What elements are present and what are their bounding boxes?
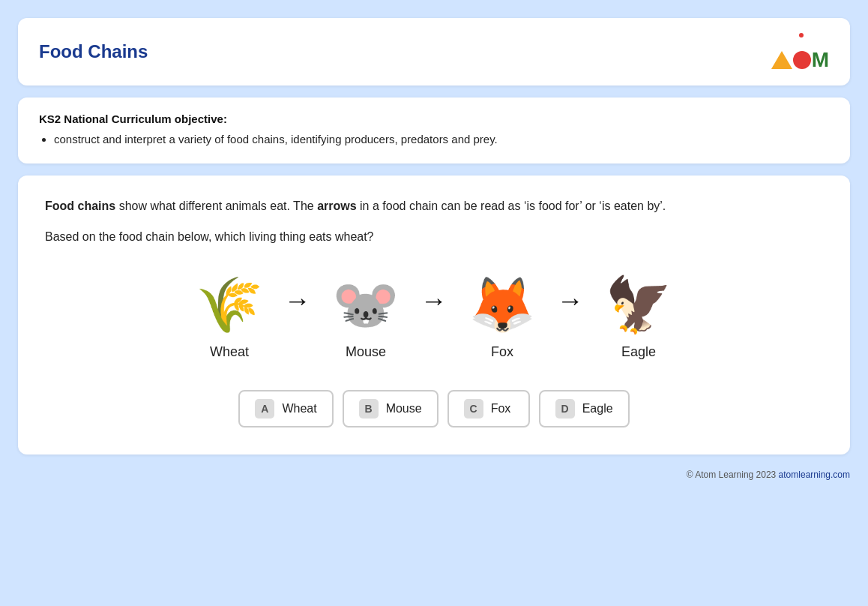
chain-item-fox: 🦊 Fox: [453, 271, 551, 360]
question-text: Based on the food chain below, which liv…: [45, 230, 823, 244]
wheat-label: Wheat: [210, 344, 249, 360]
fox-label: Fox: [491, 344, 513, 360]
footer-link[interactable]: atomlearning.com: [779, 470, 850, 480]
mouse-label: Mouse: [346, 344, 386, 360]
fox-emoji: 🦊: [468, 271, 536, 338]
answer-button-c[interactable]: C Fox: [447, 390, 530, 428]
answer-letter-d: D: [555, 399, 575, 418]
food-chain-diagram: 🌾 Wheat → 🐭 Mouse → 🦊 Fox → 🦅 Eagle: [45, 271, 823, 360]
objective-card: KS2 National Curriculum objective: const…: [18, 98, 850, 164]
main-card: Food chains show what different animals …: [18, 176, 850, 455]
answer-options: A Wheat B Mouse C Fox D Eagle: [45, 390, 823, 428]
objective-title: KS2 National Curriculum objective:: [39, 112, 829, 125]
arrow-3: →: [557, 285, 584, 316]
answer-letter-b: B: [359, 399, 379, 418]
answer-button-a[interactable]: A Wheat: [238, 390, 333, 428]
arrow-1: →: [284, 285, 311, 316]
mouse-emoji: 🐭: [332, 271, 400, 338]
answer-label-a: Wheat: [282, 402, 316, 416]
chain-item-mouse: 🐭 Mouse: [317, 271, 415, 360]
chain-item-wheat: 🌾 Wheat: [181, 271, 278, 360]
intro-bold-arrows: arrows: [317, 200, 356, 212]
eagle-emoji: 🦅: [605, 271, 672, 338]
logo-m: M: [812, 50, 829, 70]
answer-label-b: Mouse: [386, 402, 422, 416]
answer-label-c: Fox: [491, 402, 511, 416]
logo-dot: [799, 33, 804, 38]
intro-text-2: in a food chain can be read as ‘is food …: [360, 200, 666, 212]
wheat-emoji: 🌾: [196, 271, 263, 338]
page-title: Food Chains: [39, 41, 148, 62]
logo-triangle: [771, 51, 792, 69]
footer: © Atom Learning 2023 atomlearning.com: [18, 466, 850, 480]
atom-logo: M: [771, 33, 829, 70]
answer-button-b[interactable]: B Mouse: [343, 390, 438, 428]
intro-paragraph: Food chains show what different animals …: [45, 196, 823, 216]
objective-item: construct and interpret a variety of foo…: [54, 131, 829, 148]
logo-circle: [793, 51, 811, 69]
answer-letter-c: C: [464, 399, 483, 418]
page-wrapper: Food Chains M KS2 National Curriculum ob…: [18, 18, 850, 480]
objective-list: construct and interpret a variety of foo…: [39, 131, 829, 148]
answer-button-d[interactable]: D Eagle: [539, 390, 630, 428]
intro-bold-food-chains: Food chains: [45, 200, 115, 212]
arrow-2: →: [421, 285, 447, 316]
header-card: Food Chains M: [18, 18, 850, 86]
chain-item-eagle: 🦅 Eagle: [590, 271, 687, 360]
footer-text: © Atom Learning 2023: [687, 470, 779, 480]
answer-label-d: Eagle: [582, 402, 613, 416]
eagle-label: Eagle: [621, 344, 656, 360]
intro-text-1: show what different animals eat. The: [119, 200, 317, 212]
answer-letter-a: A: [255, 399, 274, 418]
